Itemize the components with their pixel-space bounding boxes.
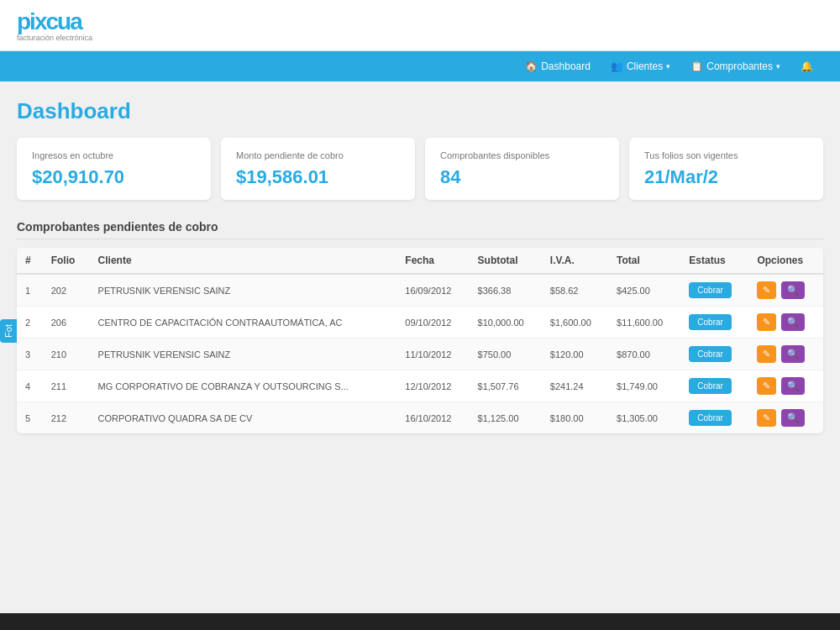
status-button[interactable]: Cobrar xyxy=(689,378,732,394)
edit-button[interactable]: ✎ xyxy=(757,409,776,427)
cell-fecha: 11/10/2012 xyxy=(396,339,469,370)
chevron-down-icon2: ▾ xyxy=(776,62,780,71)
cell-opciones: ✎ 🔍 xyxy=(748,402,823,434)
nav-notifications[interactable]: 🔔 xyxy=(790,51,823,81)
section-title: Comprobantes pendientes de cobro xyxy=(17,220,823,239)
cell-folio: 206 xyxy=(43,307,90,339)
status-button[interactable]: Cobrar xyxy=(689,410,732,426)
cell-subtotal: $1,125.00 xyxy=(470,402,542,434)
cell-subtotal: $366.38 xyxy=(470,274,542,307)
cell-opciones: ✎ 🔍 xyxy=(748,274,823,307)
cell-estatus[interactable]: Cobrar xyxy=(680,307,748,339)
stat-card-folios: Tus folios son vigentes 21/Mar/2 xyxy=(629,138,823,200)
col-cliente: Cliente xyxy=(90,248,397,274)
main-content: Dashboard Ingresos en octubre $20,910.70… xyxy=(0,81,840,450)
cell-folio: 212 xyxy=(43,402,90,434)
cell-fecha: 16/10/2012 xyxy=(396,402,469,434)
cell-folio: 211 xyxy=(43,370,90,402)
status-button[interactable]: Cobrar xyxy=(689,346,732,362)
cell-opciones: ✎ 🔍 xyxy=(748,370,823,402)
page-title: Dashboard xyxy=(17,98,823,124)
status-button[interactable]: Cobrar xyxy=(689,314,732,330)
edit-button[interactable]: ✎ xyxy=(757,345,776,363)
cell-num: 4 xyxy=(17,370,43,402)
cell-cliente: PETRUSNIK VERENSIC SAINZ xyxy=(90,274,397,307)
nav-clientes[interactable]: 👥 Clientes ▾ xyxy=(601,51,680,81)
header: pixcua facturación electrónica xyxy=(0,0,840,51)
stat-label-comprobantes: Comprobantes disponibles xyxy=(440,150,604,161)
cell-total: $11,600.00 xyxy=(608,307,680,339)
view-button[interactable]: 🔍 xyxy=(781,313,805,331)
stat-label-folios: Tus folios son vigentes xyxy=(644,150,808,161)
cell-cliente: MG CORPORATIVO DE COBRANZA Y OUTSOURCING… xyxy=(90,370,397,402)
chevron-down-icon: ▾ xyxy=(666,62,670,71)
cell-estatus[interactable]: Cobrar xyxy=(680,370,748,402)
cell-num: 2 xyxy=(17,307,43,339)
col-iva: I.V.A. xyxy=(542,248,608,274)
home-icon: 🏠 xyxy=(525,60,538,72)
view-button[interactable]: 🔍 xyxy=(781,377,805,395)
cell-num: 5 xyxy=(17,402,43,434)
cell-total: $870.00 xyxy=(608,339,680,370)
cell-fecha: 09/10/2012 xyxy=(396,307,469,339)
logo-text: pixcua facturación electrónica xyxy=(17,8,92,42)
table-header-row: # Folio Cliente Fecha Subtotal I.V.A. To… xyxy=(17,248,823,274)
cell-subtotal: $10,000.00 xyxy=(470,307,542,339)
col-folio: Folio xyxy=(43,248,90,274)
nav-dashboard[interactable]: 🏠 Dashboard xyxy=(515,51,601,81)
cell-iva: $120.00 xyxy=(542,339,608,370)
table-row: 1 202 PETRUSNIK VERENSIC SAINZ 16/09/201… xyxy=(17,274,823,307)
cell-estatus[interactable]: Cobrar xyxy=(680,274,748,307)
cell-total: $1,305.00 xyxy=(608,402,680,434)
logo-tagline: facturación electrónica xyxy=(17,34,92,42)
cell-iva: $1,600.00 xyxy=(542,307,608,339)
edit-button[interactable]: ✎ xyxy=(757,281,776,299)
cell-folio: 202 xyxy=(43,274,90,307)
table-row: 2 206 CENTRO DE CAPACITACIÓN CONTRAAUTOM… xyxy=(17,307,823,339)
comprobantes-table-container: # Folio Cliente Fecha Subtotal I.V.A. To… xyxy=(17,248,823,433)
comprobantes-table: # Folio Cliente Fecha Subtotal I.V.A. To… xyxy=(17,248,823,433)
bell-icon: 🔔 xyxy=(801,60,813,72)
cell-num: 1 xyxy=(17,274,43,307)
logo: pixcua facturación electrónica xyxy=(17,8,92,42)
table-row: 5 212 CORPORATIVO QUADRA SA DE CV 16/10/… xyxy=(17,402,823,434)
cell-subtotal: $1,507.76 xyxy=(470,370,542,402)
cell-subtotal: $750.00 xyxy=(470,339,542,370)
table-row: 3 210 PETRUSNIK VERENSIC SAINZ 11/10/201… xyxy=(17,339,823,370)
edit-button[interactable]: ✎ xyxy=(757,313,776,331)
stat-card-ingresos: Ingresos en octubre $20,910.70 xyxy=(17,138,211,200)
cell-estatus[interactable]: Cobrar xyxy=(680,339,748,370)
stat-label-pendiente: Monto pendiente de cobro xyxy=(236,150,400,161)
col-fecha: Fecha xyxy=(396,248,469,274)
col-opciones: Opciones xyxy=(748,248,823,274)
comprobantes-icon: 📋 xyxy=(690,60,703,72)
cell-total: $1,749.00 xyxy=(608,370,680,402)
col-total: Total xyxy=(608,248,680,274)
cell-cliente: CENTRO DE CAPACITACIÓN CONTRAAUTOMÁTICA,… xyxy=(90,307,397,339)
cell-cliente: PETRUSNIK VERENSIC SAINZ xyxy=(90,339,397,370)
edit-button[interactable]: ✎ xyxy=(757,377,776,395)
view-button[interactable]: 🔍 xyxy=(781,409,805,427)
cell-estatus[interactable]: Cobrar xyxy=(680,402,748,434)
stat-value-comprobantes: 84 xyxy=(440,166,604,188)
col-subtotal: Subtotal xyxy=(470,248,542,274)
clientes-icon: 👥 xyxy=(611,60,623,72)
stat-value-pendiente: $19,586.01 xyxy=(236,166,400,188)
stat-label-ingresos: Ingresos en octubre xyxy=(32,150,196,161)
view-button[interactable]: 🔍 xyxy=(781,281,805,299)
cell-opciones: ✎ 🔍 xyxy=(748,307,823,339)
sidebar-label: Fot xyxy=(0,319,17,343)
nav-comprobantes[interactable]: 📋 Comprobantes ▾ xyxy=(680,51,790,81)
view-button[interactable]: 🔍 xyxy=(781,345,805,363)
stats-row: Ingresos en octubre $20,910.70 Monto pen… xyxy=(17,138,823,200)
cell-cliente: CORPORATIVO QUADRA SA DE CV xyxy=(90,402,397,434)
navbar: 🏠 Dashboard 👥 Clientes ▾ 📋 Comprobantes … xyxy=(0,51,840,81)
cell-iva: $241.24 xyxy=(542,370,608,402)
status-button[interactable]: Cobrar xyxy=(689,282,732,298)
cell-iva: $180.00 xyxy=(542,402,608,434)
col-num: # xyxy=(17,248,43,274)
table-row: 4 211 MG CORPORATIVO DE COBRANZA Y OUTSO… xyxy=(17,370,823,402)
cell-total: $425.00 xyxy=(608,274,680,307)
cell-fecha: 12/10/2012 xyxy=(396,370,469,402)
cell-num: 3 xyxy=(17,339,43,370)
